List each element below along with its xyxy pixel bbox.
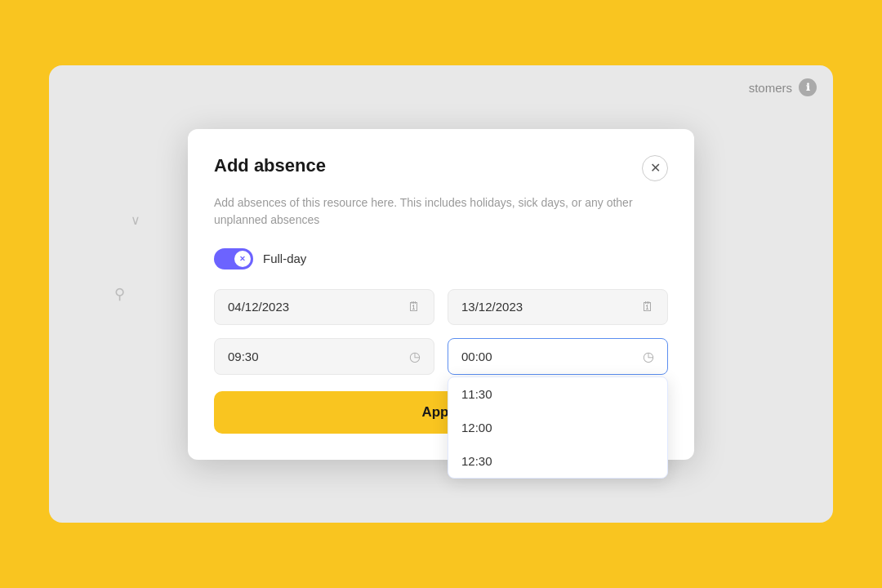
close-button[interactable]: ✕: [642, 155, 668, 181]
end-date-calendar-icon: 🗓: [641, 300, 654, 314]
start-date-calendar-icon: 🗓: [408, 300, 421, 314]
end-time-clock-icon: ◷: [643, 349, 654, 364]
toggle-x-icon: ✕: [239, 255, 246, 263]
start-date-value: 04/12/2023: [228, 300, 289, 314]
end-date-value: 13/12/2023: [461, 300, 523, 314]
full-day-toggle[interactable]: ✕: [214, 248, 253, 270]
start-time-value: 09:30: [228, 350, 259, 363]
close-icon: ✕: [650, 160, 661, 176]
toggle-knob: ✕: [234, 251, 251, 267]
date-grid: 04/12/2023 🗓 13/12/2023 🗓: [214, 289, 668, 325]
dropdown-item-1230[interactable]: 12:30: [448, 444, 667, 478]
dropdown-item-1200[interactable]: 12:00: [448, 411, 667, 444]
modal-description: Add absences of this resource here. This…: [214, 194, 668, 229]
end-date-input[interactable]: 13/12/2023 🗓: [448, 289, 668, 325]
modal-overlay: Add absence ✕ Add absences of this resou…: [49, 65, 833, 523]
modal-dialog: Add absence ✕ Add absences of this resou…: [188, 129, 694, 460]
dropdown-item-1130[interactable]: 11:30: [448, 377, 667, 411]
full-day-toggle-row: ✕ Full-day: [214, 248, 668, 270]
dropdown-item-label: 11:30: [461, 387, 492, 401]
time-row: 09:30 ◷ 00:00 ◷ 11:30 12:00: [214, 338, 668, 375]
dropdown-item-label: 12:30: [461, 454, 492, 468]
start-date-input[interactable]: 04/12/2023 🗓: [214, 289, 434, 325]
start-time-clock-icon: ◷: [409, 349, 421, 364]
full-day-label: Full-day: [263, 252, 306, 265]
dropdown-item-label: 12:00: [461, 421, 492, 434]
end-time-input[interactable]: 00:00 ◷: [448, 338, 668, 375]
end-time-dropdown-container: 00:00 ◷ 11:30 12:00 12:30: [448, 338, 668, 375]
modal-title: Add absence: [214, 155, 326, 176]
start-time-input[interactable]: 09:30 ◷: [214, 338, 434, 375]
end-time-value: 00:00: [461, 350, 492, 363]
time-dropdown-list: 11:30 12:00 12:30: [448, 376, 668, 479]
modal-header: Add absence ✕: [214, 155, 668, 181]
app-background: stomers ℹ ⚲ ∨ Add absence ✕ Add absences…: [49, 65, 833, 523]
